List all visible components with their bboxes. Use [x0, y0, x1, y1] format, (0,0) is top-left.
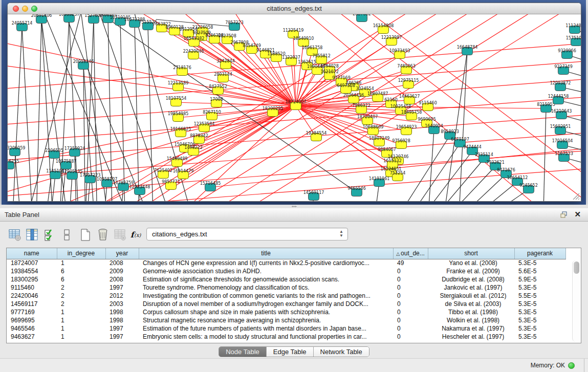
- table-cell[interactable]: Jankovic et al. (1997): [428, 283, 514, 292]
- table-cell[interactable]: Structural magnetic resonance image aver…: [139, 316, 393, 324]
- graph-node[interactable]: 752254: [390, 171, 406, 181]
- table-cell[interactable]: 9463627: [7, 333, 57, 341]
- graph-node[interactable]: 9465546: [347, 186, 366, 196]
- table-cell[interactable]: 2: [57, 300, 105, 308]
- graph-node[interactable]: 1167533: [555, 151, 573, 162]
- table-cell[interactable]: 2003: [105, 300, 139, 308]
- column-header-short[interactable]: short: [428, 248, 514, 259]
- table-cell[interactable]: 6: [57, 267, 105, 275]
- table-row[interactable]: 969969511998Structural magnetic resonanc…: [7, 316, 565, 324]
- table-cell[interactable]: de Silva et al. (2003): [428, 300, 514, 308]
- graph-node[interactable]: 19854985: [168, 112, 189, 122]
- table-cell[interactable]: 6: [57, 275, 105, 283]
- column-header-title[interactable]: title: [139, 248, 393, 259]
- graph-node[interactable]: 9245652: [519, 183, 538, 193]
- graph-node[interactable]: 18816255: [8, 159, 19, 169]
- table-row[interactable]: 946554611997Estimation of the future num…: [7, 324, 565, 333]
- table-cell[interactable]: 2009: [105, 267, 139, 275]
- table-scrollbar-thumb[interactable]: [574, 261, 579, 274]
- table-cell[interactable]: Disruption of a novel member of a sodium…: [139, 300, 393, 308]
- column-header-indegree[interactable]: in_degree: [57, 248, 105, 259]
- table-cell[interactable]: 2: [57, 292, 105, 300]
- table-cell[interactable]: 1998: [105, 316, 139, 324]
- table-cell[interactable]: 49: [393, 259, 428, 267]
- table-cell[interactable]: 5.3E-5: [514, 300, 565, 308]
- column-header-year[interactable]: year: [105, 248, 139, 259]
- table-cell[interactable]: 0: [393, 308, 428, 316]
- table-cell[interactable]: 1: [57, 324, 105, 333]
- select-columns-icon[interactable]: [42, 227, 57, 243]
- table-row[interactable]: 1938455462009Genome-wide association stu…: [7, 267, 565, 275]
- graph-node[interactable]: 7857223: [225, 20, 244, 31]
- table-cell[interactable]: 9777169: [7, 308, 57, 316]
- graph-node[interactable]: 15692951: [550, 124, 571, 135]
- graph-node[interactable]: 12213987: [381, 35, 402, 46]
- table-cell[interactable]: Investigating the contribution of common…: [139, 292, 393, 300]
- tab-network-table[interactable]: Network Table: [314, 347, 369, 357]
- table-cell[interactable]: Estimation of the future numbers of pati…: [139, 324, 393, 333]
- network-canvas[interactable]: 1872400774638228960128891295423226058982…: [8, 14, 581, 201]
- table-row[interactable]: 977716911998Corpus callosum shape and si…: [7, 308, 565, 316]
- table-cell[interactable]: 9699695: [7, 316, 57, 324]
- network-view-window[interactable]: citations_edges.txt 18724007746382289601…: [7, 3, 581, 202]
- table-cell[interactable]: 5.3E-5: [514, 308, 565, 316]
- row-height-icon[interactable]: [59, 227, 75, 243]
- table-mode-icon[interactable]: [7, 227, 23, 243]
- table-cell[interactable]: 9465546: [7, 324, 57, 333]
- graph-node[interactable]: 24055714: [12, 21, 33, 31]
- graph-node[interactable]: 9227349: [554, 64, 573, 75]
- graph-node[interactable]: 22420046: [183, 49, 204, 59]
- column-header-outde[interactable]: △out_de...: [393, 248, 428, 259]
- table-cell[interactable]: 2: [57, 283, 105, 292]
- graph-node[interactable]: 17359924: [64, 146, 85, 157]
- panel-splitter[interactable]: [0, 205, 588, 208]
- graph-node[interactable]: 18807249: [369, 136, 390, 146]
- table-cell[interactable]: Genome-wide association studies in ADHD.: [139, 267, 393, 275]
- table-cell[interactable]: 18724007: [7, 259, 57, 267]
- graph-node[interactable]: 17016504: [552, 139, 573, 149]
- table-cell[interactable]: 22420046: [7, 292, 57, 300]
- graph-node[interactable]: 12093872: [550, 81, 571, 91]
- table-cell[interactable]: 0: [393, 324, 428, 333]
- table-cell[interactable]: 0: [393, 300, 428, 308]
- table-cell[interactable]: 5.3E-5: [514, 316, 565, 324]
- table-cell[interactable]: 5.5E-5: [514, 292, 565, 300]
- graph-node[interactable]: 20691406: [31, 14, 52, 24]
- table-row[interactable]: 1872400712008Changes of HCN gene express…: [7, 259, 565, 267]
- table-cell[interactable]: Franke et al. (2009): [428, 267, 514, 275]
- table-cell[interactable]: 0: [393, 292, 428, 300]
- float-window-icon[interactable]: [560, 211, 568, 218]
- table-cell[interactable]: 1997: [105, 333, 139, 341]
- network-window-titlebar[interactable]: citations_edges.txt: [8, 3, 581, 14]
- node-table[interactable]: namein_degreeyeartitle△out_de...shortpag…: [6, 248, 581, 343]
- table-cell[interactable]: 0: [393, 316, 428, 324]
- graph-node[interactable]: 10975887: [56, 159, 77, 169]
- close-icon[interactable]: ✕: [574, 210, 581, 219]
- table-cell[interactable]: Tibbo et al. (1998): [428, 308, 514, 316]
- graph-node[interactable]: 14569117: [303, 190, 324, 201]
- graph-node[interactable]: 19384554: [306, 131, 327, 141]
- table-cell[interactable]: 1997: [105, 283, 139, 292]
- table-cell[interactable]: 19384554: [7, 267, 57, 275]
- column-header-pagerank[interactable]: pagerank: [514, 248, 565, 259]
- graph-node[interactable]: 16543382: [184, 36, 205, 47]
- table-cell[interactable]: Wolkin et al. (1998): [428, 316, 514, 324]
- table-cell[interactable]: 5.3E-5: [514, 283, 565, 292]
- table-cell[interactable]: 1: [57, 259, 105, 267]
- table-cell[interactable]: 5.3E-5: [514, 259, 565, 267]
- graph-node[interactable]: 2887682: [353, 14, 371, 22]
- table-cell[interactable]: Stergiakouli et al. (2012): [428, 292, 514, 300]
- table-selector[interactable]: citations_edges.txt ▲▼: [146, 228, 348, 240]
- table-cell[interactable]: Corpus callosum shape and size in male p…: [139, 308, 393, 316]
- table-cell[interactable]: Yano et al. (2008): [428, 259, 514, 267]
- table-cell[interactable]: 1: [57, 308, 105, 316]
- table-row[interactable]: 2242004622012Investigating the contribut…: [7, 292, 565, 300]
- table-cell[interactable]: 18300295: [7, 275, 57, 283]
- table-row[interactable]: 911546021997Tourette syndrome. Phenomeno…: [7, 283, 565, 292]
- table-cell[interactable]: 2008: [105, 275, 139, 283]
- table-cell[interactable]: 5.3E-5: [514, 333, 565, 341]
- table-cell[interactable]: 9115460: [7, 283, 57, 292]
- table-cell[interactable]: 14569117: [7, 300, 57, 308]
- table-cell[interactable]: Tourette syndrome. Phenomenology and cla…: [139, 283, 393, 292]
- table-cell[interactable]: 1: [57, 316, 105, 324]
